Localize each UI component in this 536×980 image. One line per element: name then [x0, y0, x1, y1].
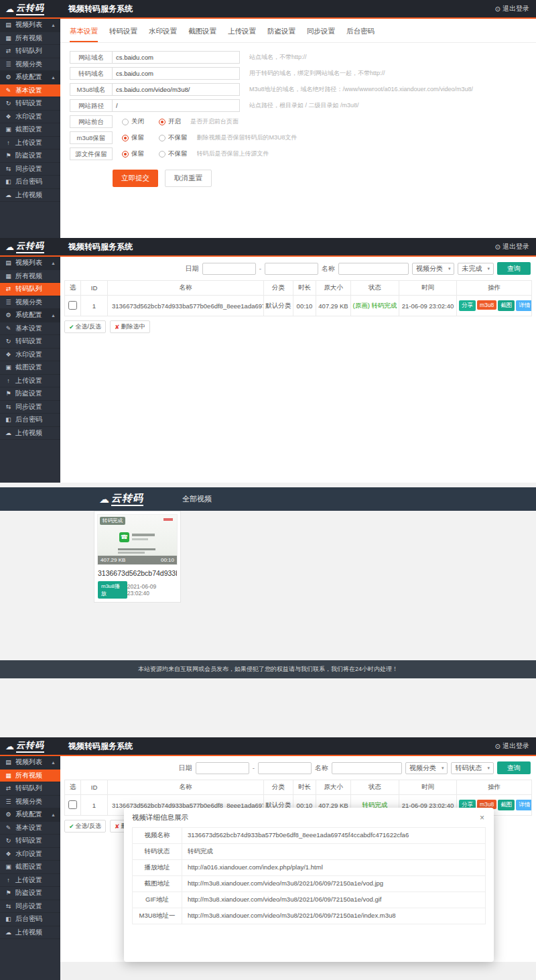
modal-value[interactable]: http://m3u8.xiandouer.com/video/m3u8/202… — [182, 892, 485, 908]
sidebar-item-upload-settings[interactable]: ↑上传设置 — [0, 375, 60, 388]
sidebar-item-transcode-settings[interactable]: ↻转码设置 — [0, 335, 60, 349]
site-domain-input[interactable] — [112, 52, 239, 63]
sidebar-item-watermark-settings[interactable]: ❖水印设置 — [0, 349, 60, 362]
name-input[interactable] — [338, 263, 409, 275]
sidebar-item-upload-video[interactable]: ☁上传视频 — [0, 189, 60, 202]
sidebar-item-antitheft-settings[interactable]: ⚑防盗设置 — [0, 387, 60, 401]
radio-front-off[interactable]: 关闭 — [122, 117, 144, 126]
detail-button[interactable]: 详情 — [516, 300, 531, 311]
logout-button[interactable]: ⊙退出登录 — [495, 4, 536, 13]
share-button[interactable]: 分享 — [459, 300, 476, 311]
modal-value[interactable]: http://m3u8.xiandouer.com/video/m3u8/202… — [182, 908, 485, 924]
m3u8-button[interactable]: m3u8 — [477, 300, 496, 310]
search-button[interactable]: 查询 — [497, 761, 531, 774]
sidebar-item-sync-settings[interactable]: ⇆同步设置 — [0, 900, 60, 914]
logout-button[interactable]: ⊙退出登录 — [495, 242, 536, 251]
sidebar-group-video-list[interactable]: ▤视频列表▲ — [0, 257, 60, 270]
logout-button[interactable]: ⊙退出登录 — [495, 741, 536, 751]
sidebar-item-admin-password[interactable]: ◧后台密码 — [0, 913, 60, 926]
sidebar-item-upload-video[interactable]: ☁上传视频 — [0, 926, 60, 940]
sidebar-item-admin-password[interactable]: ◧后台密码 — [0, 176, 60, 189]
sidebar-item-transcode-settings[interactable]: ↻转码设置 — [0, 835, 60, 848]
radio-source-discard[interactable]: 不保留 — [159, 149, 188, 158]
name-input[interactable] — [332, 762, 402, 774]
front-logo[interactable]: ☁云转码 — [99, 492, 143, 506]
category-select[interactable]: 视频分类▾ — [412, 263, 455, 275]
sidebar-item-watermark-settings[interactable]: ❖水印设置 — [0, 111, 60, 124]
sidebar-item-transcode-settings[interactable]: ↻转码设置 — [0, 97, 60, 111]
site-path-input[interactable] — [112, 100, 239, 111]
sidebar-item-antitheft-settings[interactable]: ⚑防盗设置 — [0, 149, 60, 163]
radio-m3u8-discard[interactable]: 不保留 — [159, 133, 188, 142]
sidebar-item-admin-password[interactable]: ◧后台密码 — [0, 414, 60, 427]
reset-button[interactable]: 取消重置 — [165, 170, 212, 187]
sidebar-item-upload-settings[interactable]: ↑上传设置 — [0, 874, 60, 887]
date-to-input[interactable] — [258, 762, 312, 774]
date-from-input[interactable] — [196, 762, 249, 774]
modal-value[interactable]: http://m3u8.xiandouer.com/video/m3u8/202… — [182, 876, 485, 892]
close-icon[interactable]: × — [478, 813, 486, 822]
detail-button[interactable]: 详情 — [516, 800, 531, 810]
nav-all-videos[interactable]: 全部视频 — [182, 494, 212, 504]
row-checkbox[interactable] — [68, 301, 77, 310]
select-all-button[interactable]: ✔全选/反选 — [64, 320, 106, 333]
sidebar-item-video-category[interactable]: ☰视频分类 — [0, 58, 60, 72]
sidebar-item-video-category[interactable]: ☰视频分类 — [0, 296, 60, 310]
sidebar-item-basic-settings[interactable]: ✎基本设置 — [0, 322, 60, 336]
sidebar-item-transcode-queue[interactable]: ⇄转码队列 — [0, 283, 60, 296]
radio-front-on[interactable]: 开启 — [159, 117, 181, 126]
sidebar-item-screenshot-settings[interactable]: ▣截图设置 — [0, 861, 60, 874]
tab-transcode-settings[interactable]: 转码设置 — [109, 27, 137, 42]
tab-screenshot-settings[interactable]: 截图设置 — [188, 27, 216, 42]
submit-button[interactable]: 立即提交 — [113, 170, 158, 187]
sidebar-item-upload-video[interactable]: ☁上传视频 — [0, 427, 60, 440]
video-card[interactable]: 转码完成 ☎ 407.29 KB00:10 3136673d562bcb74d9… — [94, 511, 181, 603]
sidebar-item-screenshot-settings[interactable]: ▣截图设置 — [0, 361, 60, 375]
delete-selected-button[interactable]: ✘删除选中 — [110, 320, 150, 333]
tab-admin-password[interactable]: 后台密码 — [346, 27, 375, 42]
sidebar-item-sync-settings[interactable]: ⇆同步设置 — [0, 401, 60, 414]
tab-antitheft-settings[interactable]: 防盗设置 — [267, 27, 295, 42]
sidebar-group-video-list[interactable]: ▤视频列表▲ — [0, 19, 60, 32]
sidebar-group-system-config[interactable]: ⚙系统配置▲ — [0, 309, 60, 322]
tab-sync-settings[interactable]: 同步设置 — [307, 27, 335, 42]
app-logo[interactable]: ☁云转码 — [0, 2, 60, 15]
sidebar-item-sync-settings[interactable]: ⇆同步设置 — [0, 163, 60, 176]
sidebar-item-watermark-settings[interactable]: ❖水印设置 — [0, 848, 60, 861]
sidebar-item-all-videos[interactable]: ▦所有视频 — [0, 32, 60, 46]
m3u8-play-button[interactable]: m3u8播放 — [98, 581, 127, 599]
tab-upload-settings[interactable]: 上传设置 — [228, 27, 256, 42]
modal-value[interactable]: http://a016.xiandouer.com/index.php/play… — [182, 860, 485, 875]
sidebar-item-basic-settings[interactable]: ✎基本设置 — [0, 822, 60, 835]
app-logo[interactable]: ☁云转码 — [0, 240, 60, 253]
radio-source-keep[interactable]: 保留 — [122, 149, 144, 158]
date-from-input[interactable] — [202, 263, 256, 275]
tab-watermark-settings[interactable]: 水印设置 — [149, 27, 177, 42]
app-logo[interactable]: ☁云转码 — [0, 739, 60, 753]
row-checkbox[interactable] — [68, 800, 77, 809]
sidebar-item-video-category[interactable]: ☰视频分类 — [0, 796, 60, 809]
sidebar-item-all-videos[interactable]: ▦所有视频 — [0, 270, 60, 284]
category-select[interactable]: 视频分类▾ — [405, 762, 448, 774]
tab-basic-settings[interactable]: 基本设置 — [70, 27, 98, 42]
transcode-domain-input[interactable] — [112, 68, 239, 79]
select-all-button[interactable]: ✔全选/反选 — [64, 820, 106, 833]
sidebar-item-transcode-queue[interactable]: ⇄转码队列 — [0, 782, 60, 796]
date-to-input[interactable] — [265, 263, 318, 275]
video-thumbnail[interactable]: 转码完成 ☎ 407.29 KB00:10 — [97, 514, 178, 565]
sidebar-item-all-videos[interactable]: ▦所有视频 — [0, 770, 60, 783]
sidebar-group-video-list[interactable]: ▤视频列表▲ — [0, 756, 60, 770]
search-button[interactable]: 查询 — [497, 262, 531, 275]
sidebar-group-system-config[interactable]: ⚙系统配置▲ — [0, 808, 60, 822]
screenshot-button[interactable]: 截图 — [498, 300, 515, 311]
status-select[interactable]: 未完成▾ — [458, 263, 494, 275]
radio-m3u8-keep[interactable]: 保留 — [122, 133, 144, 142]
sidebar-item-antitheft-settings[interactable]: ⚑防盗设置 — [0, 887, 60, 900]
sidebar-group-system-config[interactable]: ⚙系统配置▲ — [0, 71, 60, 84]
sidebar-item-transcode-queue[interactable]: ⇄转码队列 — [0, 45, 60, 58]
sidebar-item-screenshot-settings[interactable]: ▣截图设置 — [0, 123, 60, 137]
sidebar-item-upload-settings[interactable]: ↑上传设置 — [0, 137, 60, 150]
m3u8-domain-input[interactable] — [112, 84, 239, 95]
video-title[interactable]: 3136673d562bcb74d933ba5... — [98, 569, 177, 577]
status-select[interactable]: 转码状态▾ — [451, 762, 494, 774]
